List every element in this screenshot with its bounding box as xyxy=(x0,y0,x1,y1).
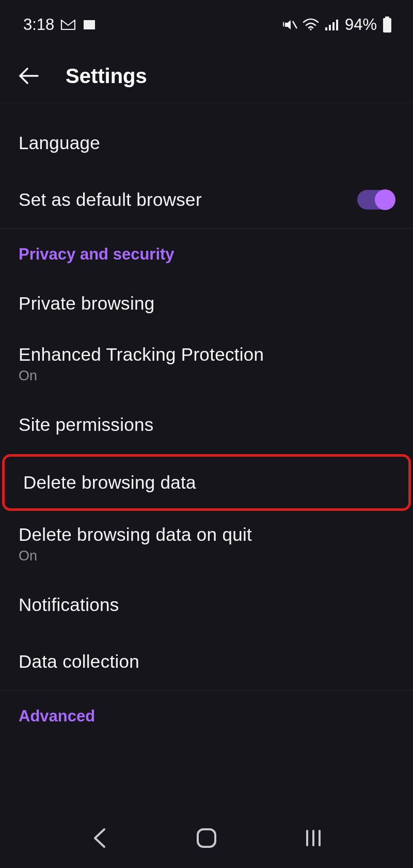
wifi-icon xyxy=(303,18,319,31)
row-label: Private browsing xyxy=(19,293,155,314)
row-delete-browsing-data[interactable]: Delete browsing data xyxy=(2,454,411,511)
recent-apps-icon xyxy=(303,828,324,848)
cell-signal-icon xyxy=(324,19,340,31)
vibrate-mute-icon xyxy=(283,18,297,31)
row-site-permissions[interactable]: Site permissions xyxy=(0,396,413,453)
row-label: Site permissions xyxy=(19,414,154,435)
settings-content: Language Set as default browser Privacy … xyxy=(0,103,413,814)
svg-point-2 xyxy=(310,28,312,30)
svg-rect-5 xyxy=(332,22,335,30)
svg-rect-6 xyxy=(336,20,338,30)
row-subtitle: On xyxy=(19,368,264,384)
svg-point-0 xyxy=(91,22,93,24)
gmail-notification-icon xyxy=(60,19,76,30)
row-label: Delete browsing data xyxy=(23,472,196,493)
svg-line-1 xyxy=(293,21,297,28)
row-enhanced-tracking-protection[interactable]: Enhanced Tracking Protection On xyxy=(0,332,413,396)
svg-rect-8 xyxy=(383,18,391,33)
page-title: Settings xyxy=(66,65,147,88)
row-label: Set as default browser xyxy=(19,189,202,210)
nav-recent-button[interactable] xyxy=(295,820,331,856)
battery-percent: 94% xyxy=(345,15,377,34)
battery-icon xyxy=(382,17,392,33)
row-label: Enhanced Tracking Protection xyxy=(19,344,264,365)
status-time: 3:18 xyxy=(23,15,54,34)
svg-rect-10 xyxy=(198,829,215,847)
screenshot-notification-icon xyxy=(82,19,97,31)
svg-rect-7 xyxy=(385,17,389,18)
row-private-browsing[interactable]: Private browsing xyxy=(0,275,413,332)
row-label: Data collection xyxy=(19,651,139,672)
home-square-icon xyxy=(195,826,218,850)
svg-rect-4 xyxy=(329,25,331,30)
row-label: Language xyxy=(19,133,100,153)
status-bar-right: 94% xyxy=(283,15,392,34)
row-label: Delete browsing data on quit xyxy=(19,524,252,545)
chevron-left-icon xyxy=(91,826,108,850)
row-subtitle: On xyxy=(19,548,252,564)
row-label: Notifications xyxy=(19,594,119,615)
toggle-thumb-icon xyxy=(375,189,395,210)
section-advanced: Advanced xyxy=(0,690,413,729)
nav-back-button[interactable] xyxy=(82,820,118,856)
back-button[interactable] xyxy=(15,62,42,89)
row-data-collection[interactable]: Data collection xyxy=(0,633,413,690)
row-notifications[interactable]: Notifications xyxy=(0,576,413,633)
section-privacy-security: Privacy and security xyxy=(0,228,413,275)
status-bar-left: 3:18 xyxy=(23,15,97,34)
row-delete-browsing-data-on-quit[interactable]: Delete browsing data on quit On xyxy=(0,512,413,576)
nav-home-button[interactable] xyxy=(188,820,225,856)
app-header: Settings xyxy=(0,49,413,103)
row-set-default-browser[interactable]: Set as default browser xyxy=(0,171,413,228)
svg-rect-3 xyxy=(325,27,327,30)
status-bar: 3:18 94% xyxy=(0,0,413,49)
android-nav-bar xyxy=(0,814,413,868)
row-language[interactable]: Language xyxy=(0,115,413,171)
default-browser-toggle[interactable] xyxy=(357,190,394,210)
back-arrow-icon xyxy=(17,64,41,88)
